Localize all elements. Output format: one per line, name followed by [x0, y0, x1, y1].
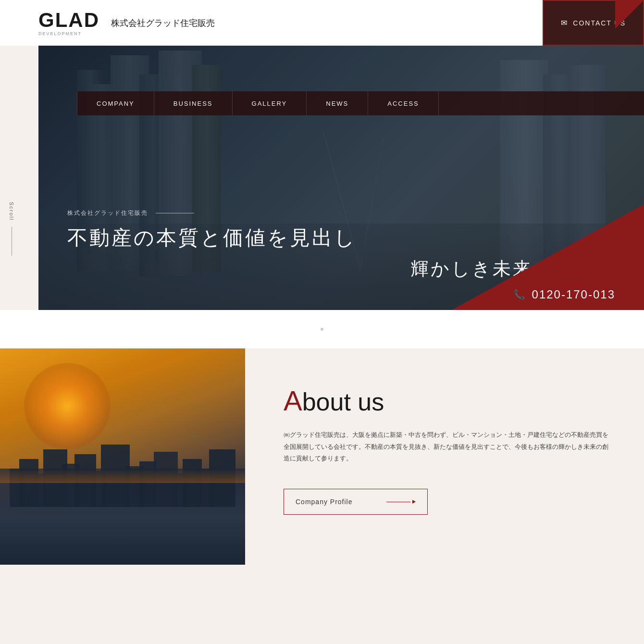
- nav-item-news[interactable]: NEWS: [307, 91, 368, 115]
- logo-sub: DEVELOPMENT: [38, 31, 99, 36]
- header-triangle-decoration: [615, 0, 644, 29]
- about-title-letter: A: [284, 385, 302, 416]
- separator-area: [0, 310, 644, 348]
- logo-area: GLAD DEVELOPMENT 株式会社グラッド住宅販売: [38, 10, 215, 36]
- scroll-text: Scroll: [9, 202, 14, 221]
- arrow-head: [412, 500, 416, 504]
- logo-text: GLAD: [38, 10, 99, 30]
- logo-jp: 株式会社グラッド住宅販売: [111, 17, 215, 29]
- company-profile-label: Company Profile: [296, 498, 353, 506]
- arrow-line: [386, 502, 410, 502]
- scroll-indicator: Scroll: [9, 202, 14, 256]
- nav-item-company[interactable]: COMPANY: [77, 91, 154, 115]
- company-profile-button[interactable]: Company Profile: [284, 489, 428, 515]
- separator-dot: [321, 328, 323, 331]
- about-image: [0, 348, 245, 565]
- hero-company-name: 株式会社グラッド住宅販売: [67, 209, 357, 217]
- hero-phone: 📞 0120-170-013: [513, 288, 615, 301]
- hero-section: COMPANY BUSINESS GALLERY NEWS ACCESS 株式会…: [38, 46, 644, 310]
- about-section: About us ㈱グラッド住宅販売は、大阪を拠点に新築・中古を問わず、ビル・マ…: [0, 348, 644, 565]
- main-nav: COMPANY BUSINESS GALLERY NEWS ACCESS: [77, 91, 644, 115]
- nav-item-gallery[interactable]: GALLERY: [233, 91, 307, 115]
- nav-item-access[interactable]: ACCESS: [368, 91, 438, 115]
- btn-arrow: [386, 500, 416, 504]
- about-body-text: ㈱グラッド住宅販売は、大阪を拠点に新築・中古を問わず、ビル・マンション・土地・戸…: [284, 429, 610, 465]
- about-title-rest: bout us: [302, 388, 384, 416]
- phone-number: 0120-170-013: [532, 288, 615, 301]
- nav-item-business[interactable]: BUSINESS: [154, 91, 233, 115]
- hero-tagline1: 不動産の本質と価値を見出し: [67, 224, 357, 252]
- scroll-line: [12, 227, 12, 256]
- hero-content: 株式会社グラッド住宅販売 不動産の本質と価値を見出し: [67, 209, 357, 252]
- mail-icon: ✉: [561, 18, 568, 27]
- logo: GLAD DEVELOPMENT: [38, 10, 99, 36]
- header: GLAD DEVELOPMENT 株式会社グラッド住宅販売 ✉ CONTACT …: [0, 0, 644, 46]
- about-title: About us: [284, 387, 610, 415]
- phone-icon: 📞: [513, 289, 526, 300]
- about-content: About us ㈱グラッド住宅販売は、大阪を拠点に新築・中古を問わず、ビル・マ…: [245, 348, 644, 565]
